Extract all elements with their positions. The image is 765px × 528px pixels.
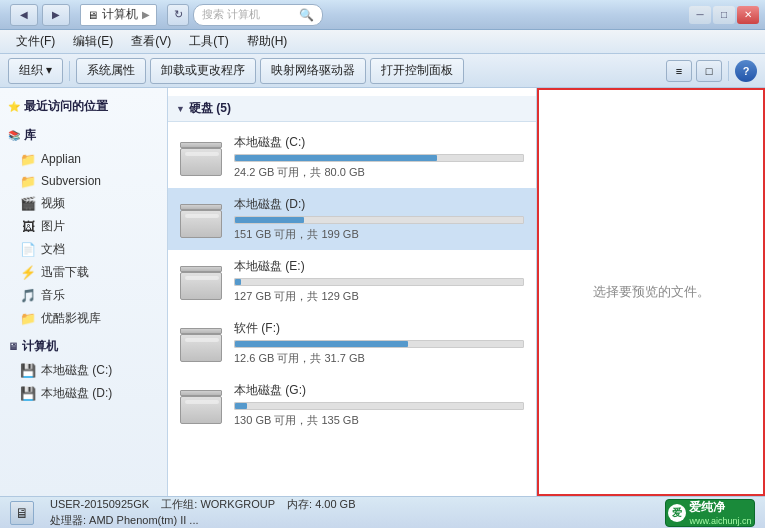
hard-drives-section-header: ▼ 硬盘 (5): [168, 96, 536, 122]
system-props-button[interactable]: 系统属性: [76, 58, 146, 84]
drive-icon-d: [180, 202, 224, 236]
file-list: ▼ 硬盘 (5) 本地磁盘 (C:) 24.2 GB 可用，共 80.0 GB: [168, 88, 537, 496]
drive-name-e: 本地磁盘 (E:): [234, 258, 524, 275]
user-avatar: 🖥: [10, 501, 34, 525]
drive-icon-c: [180, 140, 224, 174]
drive-icon-g: [180, 388, 224, 422]
recent-icon: ⭐: [8, 101, 20, 112]
map-drive-button[interactable]: 映射网络驱动器: [260, 58, 366, 84]
computer-icon: 🖥: [87, 9, 98, 21]
drive-icon-f: [180, 326, 224, 360]
pane-toggle-button[interactable]: □: [696, 60, 722, 82]
drive-info-c: 本地磁盘 (C:) 24.2 GB 可用，共 80.0 GB: [234, 134, 524, 180]
status-memory: 内存: 4.00 GB: [287, 498, 355, 510]
status-cpu-row: 处理器: AMD Phenom(tm) II ...: [50, 513, 356, 528]
drive-info-d: 本地磁盘 (D:) 151 GB 可用，共 199 GB: [234, 196, 524, 242]
sidebar-item-subversion[interactable]: 📁 Subversion: [0, 170, 167, 192]
drive-bar-bg-f: [234, 340, 524, 348]
status-cpu: 处理器: AMD Phenom(tm) II ...: [50, 514, 199, 526]
menu-edit[interactable]: 编辑(E): [65, 31, 121, 52]
window-controls: ─ □ ✕: [689, 6, 759, 24]
help-button[interactable]: ?: [735, 60, 757, 82]
refresh-button[interactable]: ↻: [167, 4, 189, 26]
minimize-button[interactable]: ─: [689, 6, 711, 24]
drive-size-g: 130 GB 可用，共 135 GB: [234, 413, 524, 428]
sidebar-item-applian[interactable]: 📁 Applian: [0, 148, 167, 170]
control-panel-button[interactable]: 打开控制面板: [370, 58, 464, 84]
youku-icon: 📁: [20, 311, 36, 327]
status-user-workgroup: USER-20150925GK 工作组: WORKGROUP 内存: 4.00 …: [50, 497, 356, 512]
watermark: 爱 爱纯净 www.aichunj.cn: [665, 499, 755, 527]
sidebar-item-d[interactable]: 💾 本地磁盘 (D:): [0, 382, 167, 405]
drive-name-g: 本地磁盘 (G:): [234, 382, 524, 399]
menu-view[interactable]: 查看(V): [123, 31, 179, 52]
watermark-logo: 爱: [668, 504, 686, 522]
drive-info-f: 软件 (F:) 12.6 GB 可用，共 31.7 GB: [234, 320, 524, 366]
drive-item-e[interactable]: 本地磁盘 (E:) 127 GB 可用，共 129 GB: [168, 250, 536, 312]
search-bar[interactable]: 搜索 计算机 🔍: [193, 4, 323, 26]
sidebar-item-documents[interactable]: 📄 文档: [0, 238, 167, 261]
menu-tools[interactable]: 工具(T): [181, 31, 236, 52]
drive-bar-fill-d: [235, 217, 304, 223]
maximize-button[interactable]: □: [713, 6, 735, 24]
sidebar: ⭐ 最近访问的位置 📚 库 📁 Applian 📁 Subversion 🎬 视…: [0, 88, 168, 496]
sidebar-item-pictures[interactable]: 🖼 图片: [0, 215, 167, 238]
sidebar-item-c[interactable]: 💾 本地磁盘 (C:): [0, 359, 167, 382]
status-username: USER-20150925GK: [50, 498, 149, 510]
libraries-icon: 📚: [8, 130, 20, 141]
organize-button[interactable]: 组织 ▾: [8, 58, 63, 84]
recent-header[interactable]: ⭐ 最近访问的位置: [0, 94, 167, 119]
address-bar[interactable]: 🖥 计算机 ▶: [80, 4, 157, 26]
drive-bar-fill-g: [235, 403, 247, 409]
computer-section: 🖥 计算机 💾 本地磁盘 (C:) 💾 本地磁盘 (D:): [0, 334, 167, 405]
title-bar-left: ◀ ▶ 🖥 计算机 ▶ ↻ 搜索 计算机 🔍: [6, 4, 323, 26]
drive-info-e: 本地磁盘 (E:) 127 GB 可用，共 129 GB: [234, 258, 524, 304]
drive-item-g[interactable]: 本地磁盘 (G:) 130 GB 可用，共 135 GB: [168, 374, 536, 436]
drive-bar-fill-f: [235, 341, 408, 347]
section-arrow: ▼: [176, 104, 185, 114]
drive-d-icon: 💾: [20, 386, 36, 402]
libraries-section: 📚 库 📁 Applian 📁 Subversion 🎬 视频 🖼 图片 📄: [0, 123, 167, 330]
drive-c-icon: 💾: [20, 363, 36, 379]
menu-file[interactable]: 文件(F): [8, 31, 63, 52]
toolbar-separator-2: [728, 61, 729, 81]
toolbar-right: ≡ □ ?: [666, 60, 757, 82]
drive-size-e: 127 GB 可用，共 129 GB: [234, 289, 524, 304]
back-button[interactable]: ◀: [10, 4, 38, 26]
folder-icon-subversion: 📁: [20, 173, 36, 189]
thunder-icon: ⚡: [20, 265, 36, 281]
menu-help[interactable]: 帮助(H): [239, 31, 296, 52]
drive-bar-bg-d: [234, 216, 524, 224]
drive-icon-e: [180, 264, 224, 298]
drive-size-f: 12.6 GB 可用，共 31.7 GB: [234, 351, 524, 366]
sidebar-item-youku[interactable]: 📁 优酷影视库: [0, 307, 167, 330]
computer-nav-icon: 🖥: [8, 341, 18, 352]
drive-item-d[interactable]: 本地磁盘 (D:) 151 GB 可用，共 199 GB: [168, 188, 536, 250]
sidebar-item-music[interactable]: 🎵 音乐: [0, 284, 167, 307]
libraries-header[interactable]: 📚 库: [0, 123, 167, 148]
drive-info-g: 本地磁盘 (G:) 130 GB 可用，共 135 GB: [234, 382, 524, 428]
section-label: 硬盘 (5): [189, 100, 231, 117]
address-text: 计算机: [102, 6, 138, 23]
drive-name-d: 本地磁盘 (D:): [234, 196, 524, 213]
preview-pane: 选择要预览的文件。: [537, 88, 765, 496]
toolbar-separator-1: [69, 61, 70, 81]
video-icon: 🎬: [20, 196, 36, 212]
sidebar-item-thunder[interactable]: ⚡ 迅雷下载: [0, 261, 167, 284]
status-bar: 🖥 USER-20150925GK 工作组: WORKGROUP 内存: 4.0…: [0, 496, 765, 528]
drive-item-c[interactable]: 本地磁盘 (C:) 24.2 GB 可用，共 80.0 GB: [168, 126, 536, 188]
view-toggle-button[interactable]: ≡: [666, 60, 692, 82]
title-bar: ◀ ▶ 🖥 计算机 ▶ ↻ 搜索 计算机 🔍 ─ □ ✕: [0, 0, 765, 30]
search-icon: 🔍: [299, 8, 314, 22]
close-button[interactable]: ✕: [737, 6, 759, 24]
watermark-text: 爱纯净 www.aichunj.cn: [689, 499, 751, 526]
forward-button[interactable]: ▶: [42, 4, 70, 26]
uninstall-button[interactable]: 卸载或更改程序: [150, 58, 256, 84]
menu-bar: 文件(F) 编辑(E) 查看(V) 工具(T) 帮助(H): [0, 30, 765, 54]
sidebar-item-video[interactable]: 🎬 视频: [0, 192, 167, 215]
preview-text: 选择要预览的文件。: [593, 283, 710, 301]
drive-item-f[interactable]: 软件 (F:) 12.6 GB 可用，共 31.7 GB: [168, 312, 536, 374]
documents-icon: 📄: [20, 242, 36, 258]
computer-header[interactable]: 🖥 计算机: [0, 334, 167, 359]
drive-bar-fill-e: [235, 279, 241, 285]
